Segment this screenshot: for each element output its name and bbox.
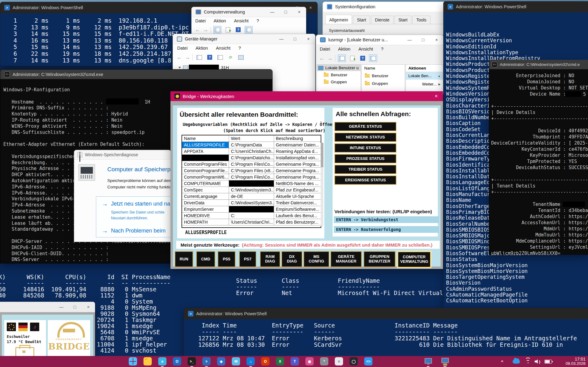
- menu-ansicht[interactable]: Ansicht: [358, 47, 373, 51]
- menu-datei[interactable]: Datei: [320, 47, 330, 51]
- cmd-dsregcmd-window[interactable]: C:\ Administrator: C:\Windows\system32\c…: [489, 60, 588, 255]
- list-item-benutzer[interactable]: Benutzer: [362, 72, 405, 79]
- close-button[interactable]: ×: [430, 35, 443, 45]
- table-row[interactable]: CommonProgramFilesC:\Program Files\Co...…: [182, 161, 321, 168]
- help-icon[interactable]: ?: [359, 55, 367, 62]
- expand-icon[interactable]: ▶: [438, 83, 441, 86]
- menu-ansicht[interactable]: Ansicht: [234, 18, 249, 23]
- minimize-button[interactable]: —: [55, 302, 68, 312]
- edge-icon[interactable]: e: [158, 357, 166, 365]
- menu-aktion[interactable]: Aktion: [338, 47, 350, 51]
- tree-expanded-icon[interactable]: [178, 67, 181, 69]
- taskbar[interactable]: eO>_>◆✉⌂OXT◉*≡◯<> ^ 17:01 08.03.2026: [0, 356, 588, 367]
- german-flag-icon[interactable]: [18, 323, 28, 331]
- wifi-icon[interactable]: [525, 359, 531, 364]
- table-row[interactable]: C:\ProgramData\cho...Installationspfad v…: [182, 155, 321, 161]
- menu-help[interactable]: ?: [381, 47, 384, 51]
- collapse-icon[interactable]: ▲: [438, 74, 441, 78]
- forward-icon[interactable]: →: [203, 27, 208, 33]
- table-row[interactable]: HOMEPATH\Users\ChristianChri...Pfad des …: [182, 219, 321, 225]
- mail-icon[interactable]: ✉: [232, 357, 240, 365]
- maximize-button[interactable]: □: [279, 7, 292, 17]
- geraete-status-button[interactable]: GERÄTE STATUS: [334, 122, 396, 131]
- table-row[interactable]: ALLUSERSPROFILEC:\ProgramDataGemeinsamer…: [182, 142, 321, 148]
- action-pane-icon[interactable]: [245, 26, 253, 33]
- help-icon[interactable]: ?: [206, 54, 214, 61]
- treiber-status-button[interactable]: TREIBER STATUS: [334, 165, 396, 174]
- scan-hardware-icon[interactable]: [237, 54, 245, 61]
- action-pane-icon[interactable]: [216, 54, 224, 61]
- photos-icon[interactable]: ◉: [305, 357, 314, 365]
- store-icon[interactable]: ⌂: [246, 357, 255, 365]
- menu-datei[interactable]: Datei: [195, 18, 206, 23]
- env-var-table[interactable]: Name Wert Beschreibung ALLUSERSPROFILEC:…: [181, 135, 321, 228]
- check-later-link[interactable]: Nach Problemen beim: [111, 228, 166, 234]
- settings-icon[interactable]: *: [320, 357, 328, 365]
- defender-icon[interactable]: ◆: [217, 357, 225, 365]
- menu-datei[interactable]: Datei: [177, 46, 188, 51]
- export-list-icon[interactable]: [224, 26, 232, 33]
- export-list-icon[interactable]: [348, 55, 356, 62]
- vscode-icon[interactable]: <>: [364, 357, 372, 365]
- ps7-button[interactable]: PS7: [239, 251, 256, 267]
- ram-diag-button[interactable]: RAMDIAG: [260, 251, 280, 267]
- actions-selected-row[interactable]: Lokale Ben... ▲: [406, 72, 443, 80]
- menu-help[interactable]: ?: [257, 18, 259, 23]
- sysconfig-taskbar-icon[interactable]: [424, 357, 432, 365]
- menu-help[interactable]: ?: [239, 46, 241, 51]
- notepad-icon[interactable]: ≡: [335, 357, 343, 365]
- table-row[interactable]: DriverDataC:\Windows\System3...Treiber-D…: [182, 200, 321, 206]
- back-icon[interactable]: ←: [177, 54, 182, 61]
- table-row[interactable]: APPDATAC:\Users\ChristianCh...Roaming Ap…: [182, 148, 321, 155]
- excel-icon[interactable]: X: [276, 357, 284, 365]
- table-row[interactable]: COMPUTERNAMENetBIOS-Name des ...: [182, 180, 321, 187]
- tree-root-lokale-benutzer[interactable]: Lokale Benutzer u: [317, 65, 361, 71]
- col-header-beschreibung[interactable]: Beschreibung: [274, 135, 321, 142]
- table-row[interactable]: HOMEDRIVEC:Laufwerk des Benut...: [182, 213, 321, 219]
- table-row[interactable]: ComSpecC:\Windows\system3...Pfad zur Ein…: [182, 187, 321, 193]
- back-icon[interactable]: ←: [195, 27, 200, 33]
- tab-start[interactable]: Start: [353, 16, 370, 24]
- forward-icon[interactable]: →: [185, 54, 190, 61]
- ereignisse-status-button[interactable]: EREIGNISSE STATUS: [334, 176, 396, 185]
- cmd-button[interactable]: CMD: [196, 251, 215, 267]
- netzwerk-status-button[interactable]: NETZWERK STATUS: [334, 133, 396, 142]
- table-row[interactable]: CurrentLanguagede-DEAktuelle UI-Sprache: [182, 193, 321, 200]
- prozesse-status-button[interactable]: PROZESSE STATUS: [334, 154, 396, 163]
- printer-icon[interactable]: [15, 347, 34, 356]
- powershell-events-window[interactable]: > Administrator: Windows PowerShell Inde…: [184, 308, 588, 357]
- update-driver-icon[interactable]: ⟳: [227, 54, 235, 61]
- outlook-icon[interactable]: O: [173, 357, 181, 365]
- maximize-button[interactable]: □: [288, 34, 302, 44]
- github-icon[interactable]: ◯: [349, 357, 358, 365]
- minimize-button[interactable]: —: [403, 35, 416, 45]
- route-trace-input[interactable]: ENTERN -> Routenverfolgung: [334, 226, 439, 233]
- col-header-name[interactable]: Name: [182, 135, 229, 142]
- help-icon[interactable]: ?: [234, 26, 242, 33]
- back-icon[interactable]: ←: [319, 55, 325, 62]
- menu-aktion[interactable]: Aktion: [196, 46, 208, 51]
- table-row[interactable]: CommonProgramFile...C:\Program Files (x8…: [182, 168, 321, 174]
- run-button[interactable]: RUN: [175, 251, 193, 267]
- computer-verwaltung-button[interactable]: COMPUTERVERWALTUNG: [397, 251, 431, 268]
- speicherdiagnose-window[interactable]: Windows-Speicherdiagnose Computer auf Sp…: [74, 150, 171, 242]
- terminal-icon[interactable]: >_: [188, 357, 196, 365]
- lusrmgr-window[interactable]: lusrmgr - [Lokale Benutzer u... — □ × Da…: [316, 35, 444, 94]
- forward-icon[interactable]: →: [327, 55, 333, 62]
- clock[interactable]: 17:01 08.03.2026: [566, 357, 586, 366]
- tree-item-benutzer[interactable]: Benutzer: [317, 71, 361, 78]
- restart-now-link[interactable]: Jetzt neu starten und na: [111, 201, 170, 207]
- connection-test-input[interactable]: ENTERN -> Verbindungstest: [334, 216, 439, 223]
- ms-config-button[interactable]: MSCONFIG: [304, 251, 329, 267]
- start-icon[interactable]: [129, 357, 137, 365]
- intune-status-button[interactable]: INTUNE STATUS: [334, 143, 396, 153]
- ps5-button[interactable]: PS5: [218, 251, 235, 267]
- console-tree-icon[interactable]: [213, 26, 221, 33]
- powershell-icon[interactable]: >: [202, 357, 211, 365]
- list-column-name[interactable]: Name: [362, 65, 405, 72]
- tray-chevron-icon[interactable]: ^: [499, 358, 505, 365]
- bridge-launcher-window[interactable]: — □ × ♫ Eschweiler 17.9 °C Bewölkt CRUSA…: [0, 302, 95, 356]
- table-row[interactable]: EmpirumServerEmpirum/Softwareve...: [182, 206, 321, 213]
- maximize-button[interactable]: □: [68, 302, 82, 312]
- tab-allgemein[interactable]: Allgemein: [325, 15, 352, 24]
